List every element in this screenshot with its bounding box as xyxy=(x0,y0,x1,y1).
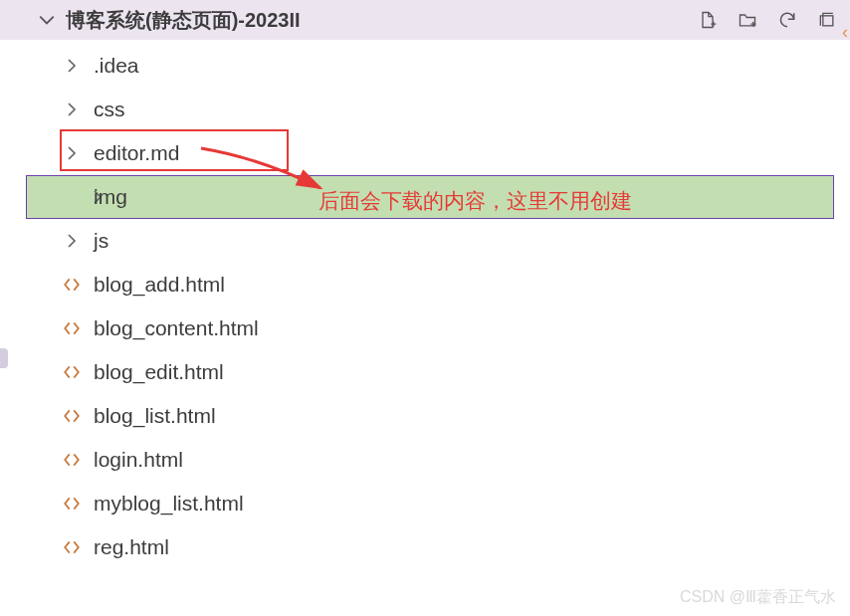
new-folder-icon[interactable] xyxy=(737,9,758,31)
html-file-icon xyxy=(62,319,82,337)
explorer-header: 博客系统(静态页面)-2023II xyxy=(0,0,850,40)
html-file-icon xyxy=(62,407,82,425)
folder-label: js xyxy=(94,229,108,253)
file-blog-add[interactable]: blog_add.html xyxy=(0,263,850,307)
html-file-icon xyxy=(62,451,82,469)
watermark: CSDN @Ⅲ藿香正气水 xyxy=(680,587,836,608)
chevron-right-icon xyxy=(62,102,82,117)
file-label: blog_list.html xyxy=(94,404,216,428)
file-label: login.html xyxy=(94,448,183,472)
file-label: myblog_list.html xyxy=(94,492,244,515)
file-login[interactable]: login.html xyxy=(0,438,850,482)
folder-label: css xyxy=(94,98,125,121)
svg-rect-0 xyxy=(823,16,833,26)
file-blog-content[interactable]: blog_content.html xyxy=(0,307,850,350)
chevron-right-icon xyxy=(62,145,82,161)
refresh-icon[interactable] xyxy=(776,9,798,31)
file-blog-edit[interactable]: blog_edit.html xyxy=(0,350,850,394)
folder-css[interactable]: css xyxy=(0,88,850,131)
header-actions xyxy=(697,9,838,31)
file-myblog-list[interactable]: myblog_list.html xyxy=(0,482,850,525)
left-activity-indicator xyxy=(0,348,8,368)
html-file-icon xyxy=(62,495,82,513)
folder-js[interactable]: js xyxy=(0,219,850,263)
folder-label: .idea xyxy=(94,54,139,78)
file-label: blog_edit.html xyxy=(94,360,224,384)
folder-label: editor.md xyxy=(94,141,179,165)
file-label: reg.html xyxy=(94,535,169,559)
html-file-icon xyxy=(62,276,82,294)
right-panel-edge: ‹ xyxy=(842,22,848,43)
html-file-icon xyxy=(62,538,82,556)
folder-img[interactable]: img xyxy=(26,175,834,219)
project-title: 博客系统(静态页面)-2023II xyxy=(66,7,301,34)
file-blog-list[interactable]: blog_list.html xyxy=(0,394,850,438)
chevron-right-icon xyxy=(62,58,82,74)
chevron-down-icon[interactable] xyxy=(38,11,56,29)
chevron-right-icon xyxy=(62,233,82,249)
folder-idea[interactable]: .idea xyxy=(0,44,850,88)
folder-editor-md[interactable]: editor.md xyxy=(0,131,850,175)
file-label: blog_content.html xyxy=(94,316,259,340)
folder-label: img xyxy=(94,185,127,209)
collapse-all-icon[interactable] xyxy=(816,9,838,31)
new-file-icon[interactable] xyxy=(697,9,719,31)
file-tree: .idea css editor.md img js blog_add.html xyxy=(0,40,850,569)
html-file-icon xyxy=(62,363,82,381)
file-label: blog_add.html xyxy=(94,273,225,297)
file-reg[interactable]: reg.html xyxy=(0,525,850,569)
